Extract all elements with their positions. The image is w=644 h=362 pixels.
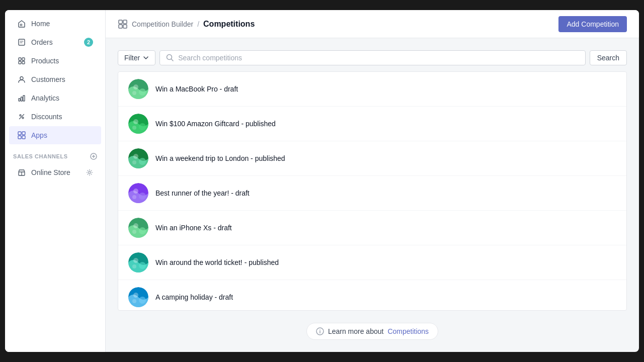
discounts-icon <box>17 112 26 121</box>
sidebar-label-orders: Orders <box>31 38 53 46</box>
sidebar-item-orders[interactable]: Orders 2 <box>9 33 101 51</box>
settings-icon[interactable] <box>86 169 93 176</box>
svg-point-50 <box>132 195 136 199</box>
search-bar <box>159 50 586 65</box>
sidebar-label-online-store: Online Store <box>31 168 70 176</box>
sidebar-label-customers: Customers <box>31 75 65 83</box>
svg-rect-0 <box>21 24 22 26</box>
sidebar-label-apps: Apps <box>31 131 47 139</box>
competition-item[interactable]: Win $100 Amazon Giftcard - published <box>118 107 626 141</box>
svg-rect-28 <box>123 25 127 28</box>
content-area: Filter Search <box>106 38 639 352</box>
competition-item[interactable]: Best runner of the year! - draft <box>118 176 626 211</box>
competition-avatar <box>128 79 148 99</box>
sidebar-label-discounts: Discounts <box>31 113 62 121</box>
products-icon <box>17 56 26 65</box>
filter-button[interactable]: Filter <box>118 50 155 65</box>
svg-point-35 <box>132 91 136 95</box>
breadcrumb-separator: / <box>197 20 199 28</box>
competition-avatar <box>128 148 148 168</box>
svg-point-65 <box>132 299 136 303</box>
svg-rect-27 <box>119 25 122 28</box>
svg-rect-1 <box>19 39 25 45</box>
add-competition-button[interactable]: Add Competition <box>558 16 627 32</box>
competition-title: Win a MacBook Pro - draft <box>155 85 238 93</box>
svg-rect-7 <box>22 61 25 64</box>
svg-rect-18 <box>22 136 25 139</box>
page-header: Competition Builder / Competitions Add C… <box>106 10 639 38</box>
orders-badge: 2 <box>84 38 93 47</box>
svg-rect-25 <box>119 20 122 24</box>
competition-item[interactable]: Win around the world ticket! - published <box>118 245 626 280</box>
svg-point-58 <box>133 258 138 263</box>
sidebar-item-products[interactable]: Products <box>9 52 101 70</box>
add-channel-icon[interactable] <box>90 153 97 160</box>
sales-channels-label: SALES CHANNELS <box>13 153 68 159</box>
svg-rect-17 <box>18 136 21 139</box>
svg-point-60 <box>132 264 136 268</box>
svg-point-48 <box>133 189 138 194</box>
competition-avatar <box>128 218 148 238</box>
sidebar-item-discounts[interactable]: Discounts <box>9 108 101 126</box>
svg-rect-15 <box>18 132 21 135</box>
svg-rect-10 <box>21 97 23 101</box>
sidebar-item-online-store[interactable]: Online Store <box>9 163 101 182</box>
svg-point-53 <box>133 223 138 228</box>
svg-point-40 <box>132 126 136 130</box>
sidebar-item-analytics[interactable]: Analytics <box>9 89 101 107</box>
svg-point-64 <box>139 297 146 304</box>
search-submit-button[interactable]: Search <box>590 50 627 65</box>
sidebar-item-apps[interactable]: Apps <box>9 126 101 144</box>
apps-icon <box>17 131 26 140</box>
learn-more-container: Learn more about Competitions <box>306 323 438 340</box>
svg-point-39 <box>139 123 146 130</box>
competition-item[interactable]: A camping holiday - draft <box>118 280 626 311</box>
svg-point-38 <box>133 119 138 124</box>
sidebar-item-customers[interactable]: Customers <box>9 70 101 88</box>
breadcrumb: Competition Builder / Competitions <box>118 19 255 29</box>
svg-point-12 <box>20 115 21 116</box>
svg-point-33 <box>133 84 138 89</box>
svg-point-55 <box>132 230 136 234</box>
competition-title: Win an iPhone Xs - draft <box>155 224 232 232</box>
store-icon <box>17 168 26 177</box>
sales-channels-section: SALES CHANNELS <box>5 145 105 163</box>
sidebar-label-analytics: Analytics <box>31 94 59 102</box>
search-icon <box>166 54 174 62</box>
analytics-icon <box>17 94 26 103</box>
info-icon <box>316 327 324 335</box>
svg-point-8 <box>20 77 23 80</box>
competition-avatar <box>128 252 148 273</box>
svg-point-34 <box>139 88 146 96</box>
competition-item[interactable]: Win an iPhone Xs - draft <box>118 211 626 245</box>
competition-list: Win a MacBook Pro - draft Win $100 Amazo… <box>118 71 627 311</box>
competition-title: Win a weekend trip to London - published <box>155 154 285 162</box>
main-content: Competition Builder / Competitions Add C… <box>106 10 639 352</box>
svg-point-59 <box>139 262 146 269</box>
breadcrumb-current: Competitions <box>203 20 255 29</box>
sidebar-label-home: Home <box>31 20 50 28</box>
competition-avatar <box>128 287 148 307</box>
learn-link[interactable]: Competitions <box>387 327 429 335</box>
competition-item[interactable]: Win a MacBook Pro - draft <box>118 72 626 107</box>
orders-icon <box>17 38 26 47</box>
competition-item[interactable]: Win a weekend trip to London - published <box>118 141 626 176</box>
svg-point-45 <box>132 160 136 164</box>
svg-rect-26 <box>123 20 127 24</box>
svg-point-13 <box>22 117 24 119</box>
learn-prefix: Learn more about <box>328 327 384 335</box>
sidebar-item-home[interactable]: Home <box>9 15 101 33</box>
svg-rect-11 <box>23 96 25 101</box>
svg-point-54 <box>139 227 146 234</box>
svg-rect-16 <box>22 132 25 135</box>
svg-point-63 <box>133 293 138 298</box>
svg-point-43 <box>133 154 138 159</box>
search-input[interactable] <box>178 54 579 62</box>
home-icon <box>17 19 26 28</box>
competition-avatar <box>128 114 148 134</box>
svg-rect-4 <box>19 58 21 60</box>
competition-avatar <box>128 183 148 203</box>
chevron-down-icon <box>143 55 149 61</box>
customers-icon <box>17 75 26 84</box>
sidebar-label-products: Products <box>31 57 59 65</box>
